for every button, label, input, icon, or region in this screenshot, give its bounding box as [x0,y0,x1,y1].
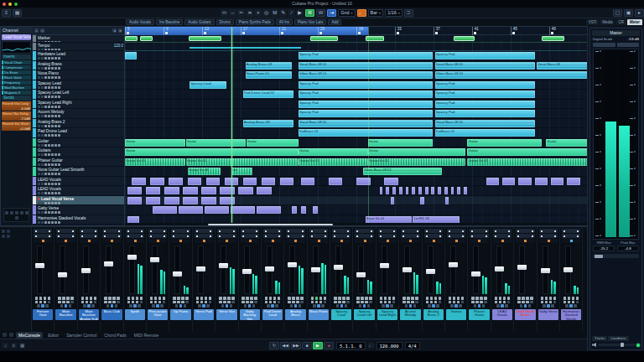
solo-button[interactable] [338,297,341,300]
channel-rack-slot[interactable] [470,234,488,238]
channel-button[interactable] [526,301,529,304]
track-control-button[interactable] [55,57,57,59]
channel-button[interactable] [35,301,39,304]
fader-handle[interactable] [58,272,67,277]
channel-rack-slot[interactable] [539,229,558,233]
mute-button[interactable] [517,297,521,300]
range-tool-icon[interactable]: ↔ [229,9,236,17]
marker-event[interactable] [189,36,221,41]
track-control-button[interactable] [51,106,54,108]
solo-button[interactable] [41,115,44,117]
fader-handle[interactable] [219,263,228,268]
channel-button[interactable] [209,297,212,300]
channel-button[interactable] [219,301,222,304]
mute-button[interactable] [38,173,40,175]
channel-button[interactable] [205,297,208,300]
solo-button[interactable] [62,297,65,300]
mixer-channel-strip[interactable]: Analog Brass [284,227,307,331]
track-control-button[interactable] [55,106,57,108]
arrange-event[interactable] [206,178,221,185]
track-control-button[interactable] [51,173,54,175]
solo-button[interactable] [154,297,158,300]
fader-handle[interactable] [495,266,504,272]
track-control-button[interactable] [58,134,60,137]
track-lane[interactable]: GuitarGuitarGuitarGuitar [125,147,588,158]
track-row[interactable]: Phaser Guitar [33,158,124,168]
channel-rack-slot[interactable] [34,229,52,233]
right-zone-toggle-button[interactable]: ▢ [613,9,622,17]
channel-rack-slot[interactable] [332,229,351,233]
automation-write-button[interactable]: W [316,9,325,17]
rack-tab-meter[interactable]: Meter [627,19,642,25]
sends-section-header[interactable]: Sends [2,96,31,101]
solo-button[interactable] [41,134,44,137]
solo-button[interactable] [132,297,135,300]
arrange-event[interactable] [445,197,449,204]
meter-mode-left-button[interactable] [593,43,615,47]
channel-button[interactable] [324,297,327,300]
channel-rack-slot[interactable] [56,234,75,238]
fader-handle[interactable] [127,255,137,260]
inspector-fader-widget[interactable] [3,208,29,222]
mute-button[interactable] [38,57,40,59]
arrange-event[interactable]: Guitar [546,139,588,147]
track-control-button[interactable] [55,67,57,70]
arrange-event[interactable] [301,206,307,214]
solo-button[interactable] [41,153,44,156]
track-lane[interactable]: Nova Piano 01Vibes Bass 08 01Vibes Bass … [125,70,588,80]
channel-button[interactable] [449,301,452,304]
solo-button[interactable] [522,297,525,300]
channel-name-label[interactable]: Verse Pad [194,309,214,320]
mute-button[interactable] [449,297,452,300]
channel-button[interactable] [62,301,65,304]
keyboard-icon[interactable]: ♪ [3,343,8,349]
marker-event[interactable] [542,36,565,41]
channel-name-label[interactable]: Accent Melody [400,309,420,320]
mute-button[interactable] [242,297,245,300]
track-lane[interactable]: Guitar Vx 01Guitar Vx 01Guitar Vx 01Guit… [125,158,588,168]
pan-control[interactable] [332,239,351,243]
arrange-event[interactable] [220,197,235,204]
track-control-button[interactable] [55,76,57,79]
track-control-button[interactable] [55,144,57,147]
track-lane[interactable]: FatBrass 01FatBrass 01 [125,128,588,138]
channel-button[interactable] [553,297,557,300]
channel-button[interactable] [140,297,143,300]
track-control-button[interactable] [55,96,57,98]
track-row[interactable]: Gaby Verse [33,205,124,215]
pan-control[interactable] [263,239,282,243]
pan-control[interactable] [56,239,75,243]
solo-button[interactable] [41,76,44,79]
snap-toggle-button[interactable]: ⊃ [404,9,413,17]
channel-button[interactable] [81,301,85,304]
channel-name-label[interactable]: Analog Brass 2 [423,309,444,320]
arrange-event[interactable] [392,187,396,194]
track-control-button[interactable] [48,76,50,79]
mute-button[interactable] [380,297,383,300]
channel-button[interactable] [278,297,281,300]
mute-button[interactable] [219,297,222,300]
channel-button[interactable] [231,297,235,300]
track-control-button[interactable] [48,106,50,108]
channel-button[interactable] [507,297,511,300]
channel-button[interactable] [269,301,273,304]
arrange-event[interactable] [486,178,499,185]
channel-button[interactable] [361,301,364,304]
visibility-button[interactable]: Piano Synths Pads [236,19,274,25]
channel-button[interactable] [484,301,487,304]
track-control-button[interactable] [44,202,47,204]
channel-rack-slot[interactable] [493,229,512,233]
arrange-event[interactable] [231,206,255,214]
channel-button[interactable] [154,301,158,304]
channel-button[interactable] [517,301,521,304]
solo-button[interactable] [177,297,180,300]
channel-button[interactable] [576,301,579,304]
tempo-display[interactable]: 120.000 [377,342,402,349]
insert-slot[interactable]: Frequency [2,80,31,85]
track-row[interactable]: Spacey Lead Right [33,100,124,110]
workspaces-button[interactable]: ≡ [2,9,11,17]
solo-button[interactable] [223,297,226,300]
pan-control[interactable] [447,239,465,243]
channel-button[interactable] [227,297,231,300]
channel-name-label[interactable]: Bass Club [101,309,122,320]
